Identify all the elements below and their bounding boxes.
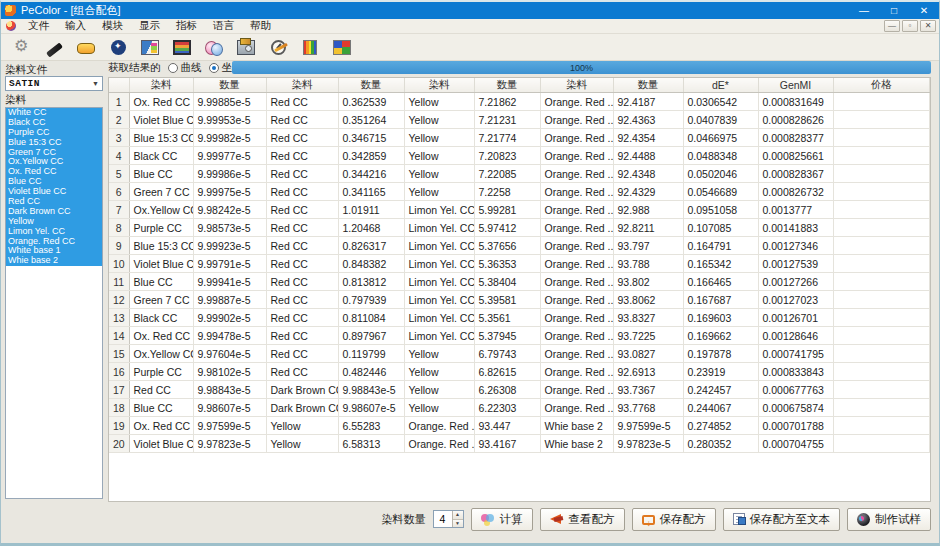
menu-item[interactable]: 显示 [131, 18, 168, 34]
toolbar-button-rainbow[interactable] [297, 36, 323, 59]
dye-list-item[interactable]: Whie base 2 [6, 256, 102, 266]
make-sample-button[interactable]: 制作试样 [847, 508, 931, 531]
table-cell: Orange. Red ... [540, 399, 613, 417]
dye-count-value[interactable]: 4 [434, 511, 452, 527]
table-cell: Blue 15:3 CC [129, 129, 193, 147]
table-cell: 9.97823e-5 [193, 435, 266, 453]
table-row[interactable]: 19Ox. Red CC9.97599e-5Yellow6.55283Orang… [109, 417, 930, 435]
column-header[interactable]: 数量 [193, 78, 266, 93]
maximize-button[interactable]: □ [879, 2, 909, 19]
table-cell: Ox.Yellow CC [129, 345, 193, 363]
table-row[interactable]: 13Black CC9.99902e-5Red CC0.811084Limon … [109, 309, 930, 327]
close-button[interactable]: ✕ [909, 2, 939, 19]
column-header[interactable]: 染料 [266, 78, 338, 93]
button-label: 保存配方 [660, 512, 706, 527]
toolbar-button-balloons[interactable] [201, 36, 227, 59]
table-cell: Black CC [129, 147, 193, 165]
toolbar-button-abacus[interactable] [169, 36, 195, 59]
table-cell: 0.23919 [683, 363, 758, 381]
menu-item[interactable]: 指标 [168, 18, 205, 34]
table-row[interactable]: 12Green 7 CC9.99887e-5Red CC0.797939Limo… [109, 291, 930, 309]
radio-coordinate[interactable] [209, 63, 219, 73]
calculate-button[interactable]: 计算 [471, 508, 533, 531]
table-row[interactable]: 5Blue CC9.99986e-5Red CC0.344216Yellow7.… [109, 165, 930, 183]
table-row[interactable]: 8Purple CC9.98573e-5Red CC1.20468Limon Y… [109, 219, 930, 237]
dye-file-selected-value: SATIN [9, 78, 92, 89]
column-header[interactable]: 染料 [129, 78, 193, 93]
table-cell: 0.362539 [338, 93, 404, 111]
stepper-arrows[interactable]: ▲ ▼ [452, 511, 463, 527]
app-window: PeColor - [组合配色] —□✕ 文件输入模块显示指标语言帮助 —▫✕ … [0, 0, 940, 546]
table-row[interactable]: 4Black CC9.99977e-5Red CC0.342859Yellow7… [109, 147, 930, 165]
menu-item[interactable]: 模块 [94, 18, 131, 34]
toolbar-button-folder[interactable] [73, 36, 99, 59]
toolbar-button-gauge[interactable] [265, 36, 291, 59]
table-row[interactable]: 1Ox. Red CC9.99885e-5Red CC0.362539Yello… [109, 93, 930, 111]
table-row[interactable]: 18Blue CC9.98607e-5Dark Brown CC9.98607e… [109, 399, 930, 417]
toolbar-button-machine[interactable] [233, 36, 259, 59]
view-recipe-button[interactable]: 查看配方 [540, 508, 625, 531]
table-row[interactable]: 16Purple CC9.98102e-5Red CC0.482446Yello… [109, 363, 930, 381]
table-cell: Yellow [404, 345, 474, 363]
column-header[interactable]: 染料 [540, 78, 613, 93]
table-cell: Red CC [129, 381, 193, 399]
table-header-row: 染料数量染料数量染料数量染料数量dE*GenMI价格 [109, 78, 930, 93]
bottom-action-bar: 染料数量 4 ▲ ▼ 计算查看配方保存配方保存配方至文本制作试样 [382, 507, 932, 531]
table-row[interactable]: 15Ox.Yellow CC9.97604e-5Red CC0.119799Ye… [109, 345, 930, 363]
table-cell: Orange. Red ... [540, 201, 613, 219]
table-row[interactable]: 14Ox. Red CC9.99478e-5Red CC0.897967Limo… [109, 327, 930, 345]
table-row[interactable]: 6Green 7 CC9.99975e-5Red CC0.341165Yello… [109, 183, 930, 201]
table-row[interactable]: 10Violet Blue CC9.99791e-5Red CC0.848382… [109, 255, 930, 273]
table-cell: 9.99986e-5 [193, 165, 266, 183]
sample-icon [857, 513, 870, 526]
column-header[interactable]: 价格 [833, 78, 930, 93]
child-close-button[interactable]: ✕ [920, 20, 936, 32]
column-header[interactable]: 数量 [474, 78, 540, 93]
table-cell: Yellow [404, 93, 474, 111]
stepper-down-icon[interactable]: ▼ [453, 519, 463, 528]
table-row[interactable]: 2Violet Blue CC9.99953e-5Red CC0.351264Y… [109, 111, 930, 129]
column-header[interactable]: dE* [683, 78, 758, 93]
menu-item[interactable]: 帮助 [242, 18, 279, 34]
toolbar-button-color-grid[interactable] [329, 36, 355, 59]
radio-curve[interactable] [168, 63, 178, 73]
column-header[interactable]: GenMI [758, 78, 833, 93]
dye-count-stepper[interactable]: 4 ▲ ▼ [433, 510, 464, 528]
radio-curve-label[interactable]: 曲线 [181, 61, 202, 75]
stepper-up-icon[interactable]: ▲ [453, 511, 463, 519]
menu-item[interactable]: 语言 [205, 18, 242, 34]
column-header[interactable]: 数量 [613, 78, 683, 93]
toolbar-button-settings[interactable] [9, 36, 35, 59]
dye-file-select[interactable]: SATIN ▼ [5, 76, 103, 91]
save-recipe-to-text-button[interactable]: 保存配方至文本 [723, 508, 841, 531]
toolbar-button-swatch-book[interactable] [137, 36, 163, 59]
table-row[interactable]: 20Violet Blue CC9.97823e-5Yellow6.58313O… [109, 435, 930, 453]
table-row[interactable]: 17Red CC9.98843e-5Dark Brown CC9.98843e-… [109, 381, 930, 399]
table-cell: 0.169603 [683, 309, 758, 327]
table-row[interactable]: 11Blue CC9.99941e-5Red CC0.813812Limon Y… [109, 273, 930, 291]
child-window-icon[interactable] [6, 21, 16, 31]
table-cell: 9.99941e-5 [193, 273, 266, 291]
button-label: 计算 [500, 512, 523, 527]
child-restore-button[interactable]: ▫ [902, 20, 918, 32]
save-recipe-button[interactable]: 保存配方 [632, 508, 716, 531]
table-cell: 93.8327 [613, 309, 683, 327]
table-row[interactable]: 9Blue 15:3 CC9.99923e-5Red CC0.826317Lim… [109, 237, 930, 255]
toolbar-button-marker[interactable] [41, 36, 67, 59]
row-number: 6 [109, 183, 129, 201]
child-minimize-button[interactable]: — [884, 20, 900, 32]
table-cell: Red CC [266, 165, 338, 183]
minimize-button[interactable]: — [849, 2, 879, 19]
table-cell [833, 111, 930, 129]
menu-item[interactable]: 输入 [57, 18, 94, 34]
table-cell: Dark Brown CC [266, 381, 338, 399]
menu-item[interactable]: 文件 [20, 18, 57, 34]
column-header[interactable]: 数量 [338, 78, 404, 93]
table-row[interactable]: 3Blue 15:3 CC9.99982e-5Red CC0.346715Yel… [109, 129, 930, 147]
dye-listbox[interactable]: White CCBlack CCPurple CCBlue 15:3 CCGre… [5, 107, 103, 499]
toolbar-button-ring[interactable] [105, 36, 131, 59]
table-cell: 0.813812 [338, 273, 404, 291]
table-row[interactable]: 7Ox.Yellow CC9.98242e-5Red CC1.01911Limo… [109, 201, 930, 219]
column-header[interactable]: 染料 [404, 78, 474, 93]
column-header[interactable] [109, 78, 129, 93]
